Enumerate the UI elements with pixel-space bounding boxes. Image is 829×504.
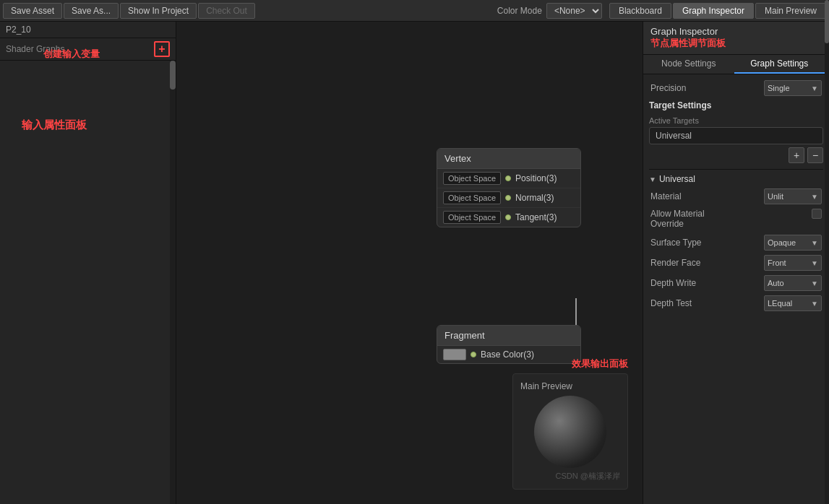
save-asset-button[interactable]: Save Asset <box>3 3 62 19</box>
material-arrow-icon: ▼ <box>811 193 818 201</box>
material-dropdown[interactable]: Unlit ▼ <box>764 188 822 204</box>
allow-material-label-1: Allow Material <box>650 209 705 219</box>
color-mode-label: Color Mode <box>497 6 542 16</box>
depth-test-arrow-icon: ▼ <box>811 300 818 308</box>
tab-node-settings[interactable]: Node Settings <box>643 55 734 74</box>
normal-port-label: Object Space <box>443 191 501 204</box>
precision-row: Precision Single ▼ <box>649 80 823 96</box>
toolbar: Save Asset Save As... Show In Project Ch… <box>0 0 829 22</box>
show-in-project-button[interactable]: Show In Project <box>120 3 197 19</box>
check-out-button[interactable]: Check Out <box>198 3 255 19</box>
allow-material-label-group: Allow Material Override <box>650 209 705 229</box>
tab-graph-settings[interactable]: Graph Settings <box>734 55 825 74</box>
left-panel-p2-title: P2_10 <box>6 25 31 35</box>
vertex-node: Vertex Object Space Position(3) Object S… <box>437 148 581 227</box>
scroll-indicator <box>170 61 176 504</box>
depth-test-label: Depth Test <box>650 298 692 308</box>
add-target-button[interactable]: + <box>789 147 804 163</box>
tangent-port-dot <box>505 214 511 220</box>
bottom-right-area: 效果输出面板 Main Preview CSDN @楠溪泽岸 <box>512 357 628 490</box>
depth-write-label: Depth Write <box>650 278 696 288</box>
surface-type-dropdown[interactable]: Opaque ▼ <box>764 235 822 251</box>
precision-dropdown[interactable]: Single ▼ <box>764 80 822 96</box>
surface-type-arrow-icon: ▼ <box>811 239 818 247</box>
scroll-thumb <box>170 61 176 90</box>
graph-inspector-title: Graph Inspector <box>650 26 718 37</box>
divider <box>649 169 823 170</box>
base-color-port-dot <box>471 352 476 357</box>
add-shader-graph-button[interactable]: + <box>154 41 170 57</box>
right-tabs: Node Settings Graph Settings <box>643 55 829 74</box>
preview-sphere <box>534 396 606 468</box>
active-targets-label: Active Targets <box>649 116 699 125</box>
material-value: Unlit <box>768 192 783 201</box>
right-content[interactable]: Precision Single ▼ Target Settings Activ… <box>643 74 829 504</box>
render-face-dropdown[interactable]: Front ▼ <box>764 255 822 271</box>
graph-inspector-tab-button[interactable]: Graph Inspector <box>673 3 754 19</box>
depth-write-value: Auto <box>768 279 784 287</box>
triangle-icon: ▼ <box>649 175 656 183</box>
plus-minus-row: + − <box>649 147 823 163</box>
main-preview-tab-button[interactable]: Main Preview <box>755 3 826 19</box>
color-mode-group: Color Mode <None> <box>497 3 602 19</box>
material-row: Material Unlit ▼ <box>649 188 823 204</box>
normal-port-dot <box>505 195 511 201</box>
universal-section: ▼ Universal Material Unlit ▼ Allow Mater… <box>649 174 823 311</box>
right-scroll-indicator <box>825 0 829 504</box>
precision-value: Single <box>768 84 790 92</box>
left-panel-content[interactable]: 输入属性面板 <box>0 61 176 504</box>
canvas-area[interactable]: Vertex Object Space Position(3) Object S… <box>176 22 643 504</box>
depth-test-dropdown[interactable]: LEqual ▼ <box>764 295 822 311</box>
universal-target-box: Universal <box>649 127 823 144</box>
surface-type-label: Surface Type <box>650 238 702 248</box>
vertex-position-row: Object Space Position(3) <box>437 169 580 188</box>
position-port-label: Object Space <box>443 172 501 185</box>
main-layout: P2_10 创建输入变量 Shader Graphs + 输入属性面板 Vert… <box>0 22 829 504</box>
allow-material-row: Allow Material Override <box>649 209 823 229</box>
right-scroll-thumb <box>825 0 829 43</box>
csdn-watermark: CSDN @楠溪泽岸 <box>520 471 620 482</box>
universal-section-title: Universal <box>659 174 695 184</box>
base-color-swatch <box>443 349 466 360</box>
left-panel: P2_10 创建输入变量 Shader Graphs + 输入属性面板 <box>0 22 176 504</box>
surface-type-value: Opaque <box>768 238 796 247</box>
precision-arrow-icon: ▼ <box>811 84 818 92</box>
target-settings-section: Target Settings <box>649 100 823 110</box>
position-port-name: Position(3) <box>515 173 557 183</box>
tangent-port-name: Tangent(3) <box>515 212 557 222</box>
render-face-value: Front <box>768 258 786 267</box>
normal-port-name: Normal(3) <box>515 193 554 203</box>
annotation-output-panel: 效果输出面板 <box>512 357 628 370</box>
annotation-create: 创建输入变量 <box>43 48 100 61</box>
depth-write-row: Depth Write Auto ▼ <box>649 275 823 291</box>
render-face-label: Render Face <box>650 258 700 268</box>
blackboard-tab-button[interactable]: Blackboard <box>609 3 671 19</box>
annotation-node-settings: 节点属性调节面板 <box>650 38 726 48</box>
vertex-tangent-row: Object Space Tangent(3) <box>437 208 580 227</box>
render-face-row: Render Face Front ▼ <box>649 255 823 271</box>
surface-type-row: Surface Type Opaque ▼ <box>649 235 823 251</box>
depth-test-row: Depth Test LEqual ▼ <box>649 295 823 311</box>
right-panel-header: Graph Inspector 节点属性调节面板 <box>643 22 829 55</box>
vertex-node-header: Vertex <box>437 149 580 169</box>
universal-target-value: Universal <box>656 131 692 141</box>
vertex-normal-row: Object Space Normal(3) <box>437 188 580 208</box>
color-mode-select[interactable]: <None> <box>546 3 602 19</box>
tangent-port-label: Object Space <box>443 211 501 224</box>
left-panel-header: P2_10 创建输入变量 <box>0 22 176 38</box>
material-label: Material <box>650 191 682 201</box>
main-preview-title: Main Preview <box>520 381 620 391</box>
precision-label: Precision <box>650 83 686 93</box>
right-panel: Graph Inspector 节点属性调节面板 Node Settings G… <box>643 22 829 504</box>
depth-test-value: LEqual <box>768 299 792 308</box>
universal-header[interactable]: ▼ Universal <box>649 174 823 184</box>
save-as-button[interactable]: Save As... <box>64 3 119 19</box>
position-port-dot <box>505 175 511 181</box>
annotation-input-panel: 输入属性面板 <box>22 118 87 132</box>
render-face-arrow-icon: ▼ <box>811 259 818 267</box>
active-targets-label-row: Active Targets <box>649 116 823 125</box>
depth-write-arrow-icon: ▼ <box>811 279 818 287</box>
allow-material-checkbox[interactable] <box>812 209 822 219</box>
remove-target-button[interactable]: − <box>807 147 823 163</box>
depth-write-dropdown[interactable]: Auto ▼ <box>764 275 822 291</box>
